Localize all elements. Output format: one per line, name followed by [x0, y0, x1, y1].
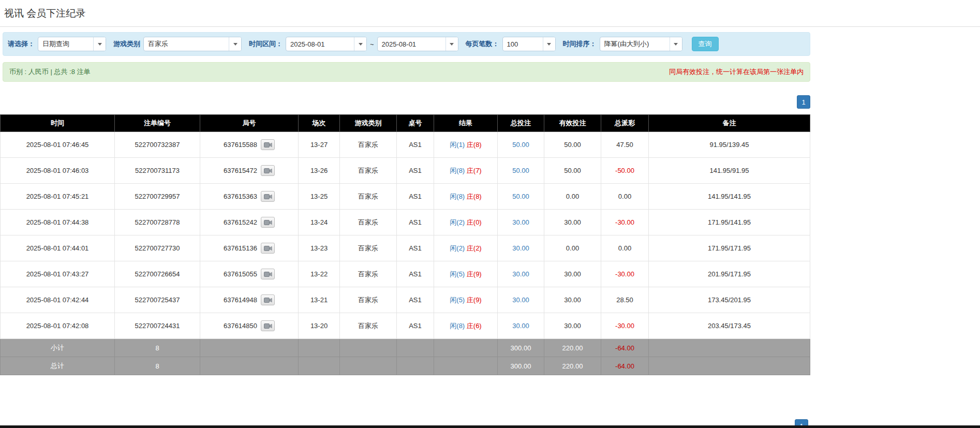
round-id: 637615588 [224, 141, 257, 149]
cell-note: 141.95/141.95 [649, 184, 810, 210]
cell-bet-id: 522700727730 [115, 235, 200, 261]
video-replay-button[interactable] [261, 243, 275, 254]
chevron-down-icon[interactable] [446, 37, 458, 51]
video-icon [264, 142, 272, 148]
cell-game-type: 百家乐 [340, 261, 397, 287]
result-player: 闲(5) [450, 296, 465, 304]
round-id: 637614948 [224, 296, 257, 304]
cell-table-no: AS1 [397, 132, 434, 158]
cell-total-bet[interactable]: 30.00 [498, 235, 544, 261]
date-from-select[interactable]: 2025-08-01 [286, 37, 367, 51]
cell-payout: 0.00 [601, 235, 649, 261]
game-type-value: 百家乐 [144, 37, 229, 51]
cell-game-type: 百家乐 [340, 184, 397, 210]
query-button[interactable]: 查询 [692, 37, 719, 51]
page-size-label: 每页笔数： [466, 39, 499, 49]
cell-session: 13-25 [299, 184, 340, 210]
table-row: 2025-08-01 07:43:27522700726654637615055… [1, 261, 810, 287]
cell-time: 2025-08-01 07:44:01 [1, 235, 115, 261]
subtotal-count: 8 [115, 339, 200, 357]
cell-result: 闲(8) 庄(8) [434, 184, 498, 210]
cell-session: 13-26 [299, 158, 340, 184]
col-header-bet-id: 注单编号 [115, 115, 200, 132]
grand-total-empty-cell [340, 357, 397, 375]
cell-game-type: 百家乐 [340, 235, 397, 261]
page-size-select[interactable]: 100 [502, 37, 556, 51]
cell-total-bet[interactable]: 30.00 [498, 210, 544, 235]
cell-valid-bet: 50.00 [544, 132, 601, 158]
sort-order-label: 时间排序： [563, 39, 597, 49]
currency-total-text: 币别 : 人民币 | 总共 :8 注单 [9, 67, 91, 77]
result-banker: 庄(0) [467, 218, 482, 226]
cell-bet-id: 522700732387 [115, 132, 200, 158]
cell-total-bet[interactable]: 30.00 [498, 261, 544, 287]
result-player: 闲(8) [450, 322, 465, 330]
subtotal-empty-cell [434, 339, 498, 357]
cell-round-id: 637615055 [200, 261, 299, 287]
result-player: 闲(8) [450, 193, 465, 200]
cell-total-bet[interactable]: 50.00 [498, 158, 544, 184]
table-header-row: 时间 注单编号 局号 场次 游戏类别 桌号 结果 总投注 有效投注 总派彩 备注 [1, 115, 810, 132]
cell-valid-bet: 50.00 [544, 158, 601, 184]
chevron-down-icon[interactable] [93, 37, 106, 51]
round-id: 637614850 [224, 322, 257, 330]
table-row: 2025-08-01 07:45:21522700729957637615363… [1, 184, 810, 210]
cell-total-bet[interactable]: 30.00 [498, 287, 544, 313]
filter-bar: 请选择： 日期查询 游戏类别 百家乐 时间区间： 2025-08-01 ~ 20… [3, 32, 810, 56]
date-to-value: 2025-08-01 [378, 37, 446, 51]
cell-valid-bet: 0.00 [544, 184, 601, 210]
subtotal-empty-cell [397, 339, 434, 357]
date-to-select[interactable]: 2025-08-01 [377, 37, 458, 51]
game-type-select[interactable]: 百家乐 [143, 37, 242, 51]
result-banker: 庄(9) [467, 270, 482, 278]
sort-order-select[interactable]: 降冪(由大到小) [600, 37, 682, 51]
video-replay-button[interactable] [261, 294, 275, 305]
cell-round-id: 637614850 [200, 313, 299, 339]
cell-game-type: 百家乐 [340, 158, 397, 184]
query-type-select[interactable]: 日期查询 [38, 37, 106, 51]
chevron-down-icon[interactable] [229, 37, 241, 51]
cell-total-bet[interactable]: 30.00 [498, 313, 544, 339]
cell-total-bet[interactable]: 50.00 [498, 184, 544, 210]
grand-total-row: 总计 8 300.00 220.00 -64.00 [1, 357, 810, 375]
result-banker: 庄(2) [467, 244, 482, 252]
col-header-valid-bet: 有效投注 [544, 115, 601, 132]
chevron-down-icon[interactable] [670, 37, 682, 51]
result-banker: 庄(9) [467, 296, 482, 304]
video-replay-button[interactable] [261, 139, 275, 150]
table-row: 2025-08-01 07:42:44522700725437637614948… [1, 287, 810, 313]
cell-round-id: 637615242 [200, 210, 299, 235]
cell-session: 13-21 [299, 287, 340, 313]
cell-game-type: 百家乐 [340, 287, 397, 313]
cell-result: 闲(8) 庄(7) [434, 158, 498, 184]
cell-time: 2025-08-01 07:44:38 [1, 210, 115, 235]
video-replay-button[interactable] [261, 269, 275, 279]
cell-bet-id: 522700728778 [115, 210, 200, 235]
cell-game-type: 百家乐 [340, 210, 397, 235]
chevron-down-icon[interactable] [354, 37, 366, 51]
video-icon [264, 245, 272, 252]
subtotal-payout: -64.00 [601, 339, 649, 357]
cell-result: 闲(1) 庄(8) [434, 132, 498, 158]
cell-valid-bet: 30.00 [544, 261, 601, 287]
video-replay-button[interactable] [261, 191, 275, 202]
result-player: 闲(2) [450, 218, 465, 226]
select-type-label: 请选择： [8, 39, 35, 49]
summary-bar: 币别 : 人民币 | 总共 :8 注单 同局有效投注，统一计算在该局第一张注单内 [3, 62, 810, 82]
cell-session: 13-22 [299, 261, 340, 287]
chevron-down-icon[interactable] [543, 37, 555, 51]
video-replay-button[interactable] [261, 165, 275, 176]
video-replay-button[interactable] [261, 320, 275, 331]
cell-note: 173.45/201.95 [649, 287, 810, 313]
page-button[interactable]: 1 [797, 95, 810, 109]
video-icon [264, 194, 272, 200]
cell-payout: 28.50 [601, 287, 649, 313]
cell-payout: -30.00 [601, 313, 649, 339]
bet-records-table: 时间 注单编号 局号 场次 游戏类别 桌号 结果 总投注 有效投注 总派彩 备注… [0, 114, 810, 375]
result-banker: 庄(8) [467, 193, 482, 200]
subtotal-total-bet: 300.00 [498, 339, 544, 357]
cell-total-bet[interactable]: 50.00 [498, 132, 544, 158]
video-replay-button[interactable] [261, 217, 275, 228]
cell-table-no: AS1 [397, 235, 434, 261]
col-header-round-id: 局号 [200, 115, 299, 132]
